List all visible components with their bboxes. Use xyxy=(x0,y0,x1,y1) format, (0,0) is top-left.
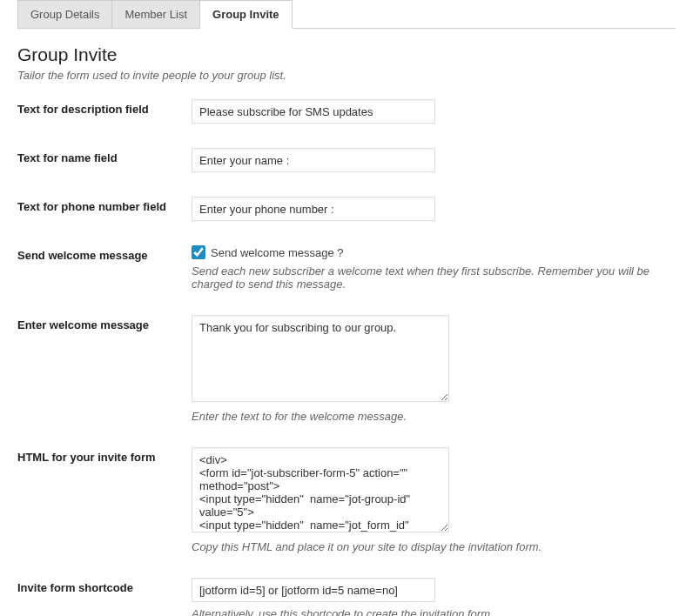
help-send-welcome: Send each new subscriber a welcome text … xyxy=(192,264,676,291)
input-name-text[interactable] xyxy=(192,148,435,172)
label-html-form: HTML for your invite form xyxy=(17,447,192,464)
label-shortcode: Invite form shortcode xyxy=(17,578,192,594)
input-description-text[interactable] xyxy=(192,99,435,124)
help-html-form: Copy this HTML and place it on your site… xyxy=(192,540,676,553)
label-name-text: Text for name field xyxy=(17,148,192,164)
page-description: Tailor the form used to invite people to… xyxy=(17,69,676,82)
label-send-welcome: Send welcome message xyxy=(17,245,192,262)
checkbox-send-welcome[interactable] xyxy=(192,245,205,259)
tab-member-list[interactable]: Member List xyxy=(112,0,200,28)
label-description-text: Text for description field xyxy=(17,99,192,116)
label-phone-text: Text for phone number field xyxy=(17,197,192,213)
help-welcome-message: Enter the text to for the welcome messag… xyxy=(192,410,676,423)
help-shortcode: Alternatively, use this shortcode to cre… xyxy=(192,607,676,616)
tab-bar: Group Details Member List Group Invite xyxy=(17,0,676,29)
textarea-html-form[interactable]: <div> <form id="jot-subscriber-form-5" a… xyxy=(192,447,449,532)
input-shortcode[interactable] xyxy=(192,578,435,602)
textarea-welcome-message[interactable]: Thank you for subscribing to our group. xyxy=(192,315,449,402)
input-phone-text[interactable] xyxy=(192,197,435,221)
page-title: Group Invite xyxy=(17,44,676,65)
label-welcome-message: Enter welcome message xyxy=(17,315,192,331)
tab-group-details[interactable]: Group Details xyxy=(17,0,112,28)
checkbox-send-welcome-label: Send welcome message ? xyxy=(211,246,343,259)
tab-group-invite[interactable]: Group Invite xyxy=(200,0,293,29)
